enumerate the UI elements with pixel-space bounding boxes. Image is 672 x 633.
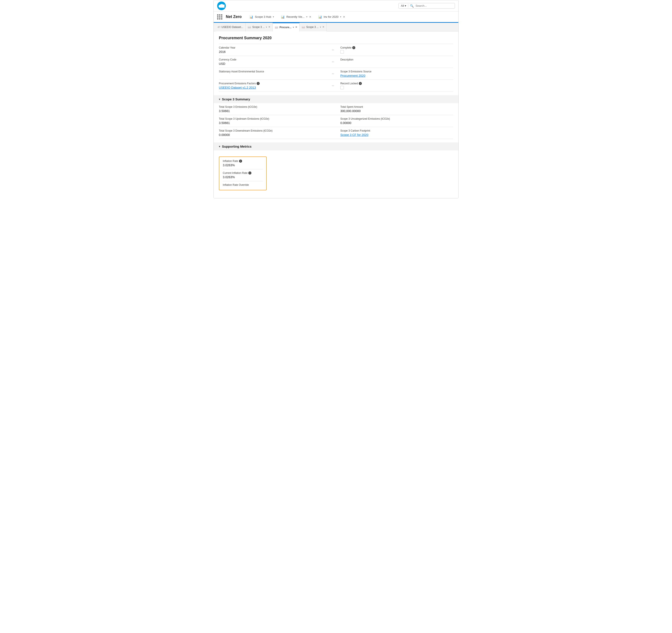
scope3-emissions-source-value[interactable]: Procurement 2020 [340, 74, 453, 77]
field-carbon-footprint: Scope 3 Carbon Footprint Scope 3 CF for … [336, 127, 453, 139]
chevron-down-icon: ▾ [273, 16, 274, 18]
upstream-label: Total Scope 3 Upstream Emissions (tCO2e) [219, 117, 327, 120]
record-locked-checkbox[interactable] [340, 86, 344, 89]
sub-tab-scope3-1[interactable]: 📖 Scope 3 ... ▾ ✕ [245, 23, 273, 31]
currency-code-value: USD [219, 62, 327, 66]
procurement-emissions-value[interactable]: USEEIO Dataset v1.2 2013 [219, 86, 327, 89]
inflation-rate-override-label: Inflation Rate Override [223, 183, 263, 186]
form-title: Procurement Summary 2020 [219, 36, 453, 40]
chevron-down-icon: ▾ [219, 145, 220, 148]
sub-tab-scope3-2[interactable]: 📖 Scope 3 ... ▾ ✕ [299, 23, 327, 31]
sub-tab-useeio-label: USEEIO Dataset... [221, 26, 243, 29]
total-spent-label: Total Spent Amount [340, 105, 453, 108]
info-icon: i [359, 82, 362, 85]
grid-icon [217, 14, 222, 20]
close-icon[interactable]: ✕ [268, 26, 270, 28]
calendar-year-value: 2016 [219, 50, 327, 54]
recently-viewed-icon: 📊 [281, 15, 285, 19]
tab-scope3hub-label: Scope 3 Hub [255, 15, 271, 19]
close-icon[interactable]: ✕ [343, 16, 345, 19]
uncategorized-label: Scope 3 Uncategorized Emissions (tCO2e) [340, 117, 453, 120]
search-bar: All ▾ 🔍 [399, 3, 455, 9]
scope3-2-icon: 📖 [302, 26, 305, 29]
edit-icon[interactable]: ✏ [332, 48, 334, 52]
currency-code-label: Currency Code [219, 58, 327, 61]
complete-label: Complete i [340, 46, 453, 49]
carbon-footprint-label: Scope 3 Carbon Footprint [340, 129, 453, 132]
search-input[interactable] [415, 4, 452, 7]
field-procurement-emissions: Procurement Emissions Factors i USEEIO D… [219, 80, 336, 92]
search-icon: 🔍 [410, 4, 414, 7]
field-inflation-rate-override: Inflation Rate Override [223, 183, 263, 186]
app-bar: Net Zero 📊 Scope 3 Hub ▾ 📊 Recently Vie.… [214, 11, 458, 23]
procurement-emissions-label: Procurement Emissions Factors i [219, 82, 327, 85]
inflation-rate-label: Inflation Rate i [223, 159, 263, 162]
complete-checkbox[interactable] [340, 50, 344, 54]
useeio-icon: 🏷 [218, 26, 220, 29]
inv2020-icon: 📊 [318, 15, 322, 19]
supporting-metrics-box: Inflation Rate i 3.0263% Current Inflati… [219, 156, 267, 190]
supporting-metrics-title: Supporting Metrics [222, 145, 251, 148]
tab-scope3hub[interactable]: 📊 Scope 3 Hub ▾ [247, 11, 277, 23]
field-stationary-asset: Stationary Asset Environmental Source ✏ [219, 68, 336, 80]
edit-icon[interactable]: ✏ [332, 60, 334, 64]
tab-inv-2020[interactable]: 📊 Inv for 2020 ▾ ✕ [316, 11, 348, 23]
info-icon: i [248, 172, 251, 175]
scope3hub-icon: 📊 [249, 15, 253, 19]
supporting-metrics-content: Inflation Rate i 3.0263% Current Inflati… [219, 150, 453, 194]
current-inflation-rate-value: 3.0263% [223, 175, 263, 179]
chevron-down-icon: ▾ [340, 16, 341, 18]
scope3-emissions-source-label: Scope 3 Emissions Source [340, 70, 453, 73]
main-content: Procurement Summary 2020 Calendar Year 2… [214, 31, 458, 198]
supporting-metrics-header[interactable]: ▾ Supporting Metrics [214, 143, 458, 150]
downstream-value: 0.00000 [219, 133, 327, 136]
inflation-rate-value: 3.0263% [223, 163, 263, 167]
search-dropdown[interactable]: All ▾ [401, 4, 408, 7]
edit-icon[interactable]: ✏ [332, 72, 334, 75]
carbon-footprint-value[interactable]: Scope 3 CF for 2020 [340, 133, 453, 136]
field-complete: Complete i [336, 44, 453, 56]
field-total-spent: Total Spent Amount 300,000.00000 [336, 103, 453, 115]
sub-tab-useeio[interactable]: 🏷 USEEIO Dataset... [215, 23, 245, 31]
field-record-locked: Record Locked i [336, 80, 453, 92]
sub-tab-scope3-1-label: Scope 3 ... [252, 26, 265, 29]
field-total-scope3: Total Scope 3 Emissions (tCO2e) 3.50661 [219, 103, 336, 115]
field-inflation-rate: Inflation Rate i 3.0263% [223, 159, 263, 169]
sub-tab-scope3-2-label: Scope 3 ... [306, 26, 319, 29]
tab-recently-viewed-label: Recently Vie... [286, 15, 305, 19]
search-dropdown-label: All [401, 4, 404, 7]
form-fields: Calendar Year 2016 ✏ Complete i Currency… [219, 44, 453, 92]
uncategorized-value: 0.00000 [340, 121, 453, 125]
close-icon[interactable]: ✕ [309, 16, 311, 19]
tab-recently-viewed[interactable]: 📊 Recently Vie... ▾ ✕ [278, 11, 314, 23]
description-label: Description [340, 58, 453, 61]
edit-icon[interactable]: ✏ [332, 84, 334, 87]
calendar-year-label: Calendar Year [219, 46, 327, 49]
info-icon: i [257, 82, 260, 85]
stationary-asset-label: Stationary Asset Environmental Source [219, 70, 327, 73]
field-uncategorized: Scope 3 Uncategorized Emissions (tCO2e) … [336, 115, 453, 127]
chevron-down-icon: ▾ [320, 26, 321, 28]
close-icon[interactable]: ✕ [322, 26, 324, 28]
salesforce-logo [217, 1, 226, 10]
scope3-1-icon: 📖 [248, 26, 251, 29]
scope3-summary-header[interactable]: ▾ Scope 3 Summary [214, 95, 458, 103]
sub-tab-procure-label: Procure... [280, 26, 291, 29]
total-scope3-value: 3.50661 [219, 109, 327, 113]
field-currency-code: Currency Code USD ✏ [219, 56, 336, 68]
sub-tab-procure[interactable]: 📖 Procure... ▾ ✕ [273, 23, 299, 31]
sub-tab-bar: 🏷 USEEIO Dataset... 📖 Scope 3 ... ▾ ✕ 📖 … [214, 23, 458, 31]
tab-inv2020-label: Inv for 2020 [323, 15, 339, 19]
chevron-down-icon: ▾ [219, 98, 220, 101]
app-name: Net Zero [226, 15, 242, 19]
total-scope3-label: Total Scope 3 Emissions (tCO2e) [219, 105, 327, 108]
top-nav: All ▾ 🔍 [214, 0, 458, 11]
scope3-summary-fields: Total Scope 3 Emissions (tCO2e) 3.50661 … [219, 103, 453, 139]
total-spent-value: 300,000.00000 [340, 109, 453, 113]
chevron-down-icon: ▾ [266, 26, 267, 28]
field-calendar-year: Calendar Year 2016 ✏ [219, 44, 336, 56]
close-icon[interactable]: ✕ [295, 26, 297, 29]
field-description: Description [336, 56, 453, 68]
record-locked-label: Record Locked i [340, 82, 453, 85]
field-upstream-emissions: Total Scope 3 Upstream Emissions (tCO2e)… [219, 115, 336, 127]
